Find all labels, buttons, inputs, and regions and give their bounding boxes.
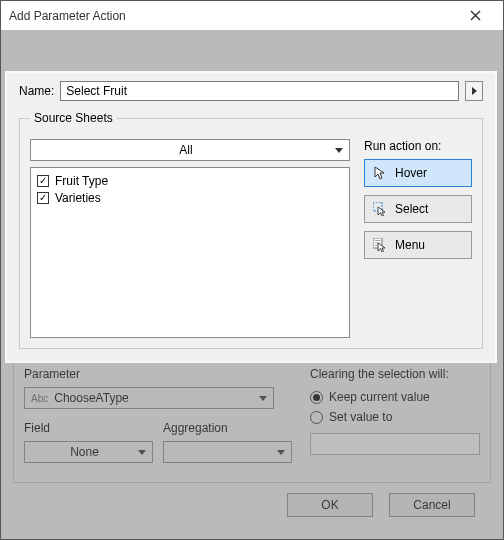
list-item[interactable]: ✓ Fruit Type [37,172,343,189]
name-label: Name: [19,84,54,98]
close-icon [470,10,481,21]
field-dropdown[interactable]: None [24,441,153,463]
cancel-button[interactable]: Cancel [389,493,475,517]
menu-icon [373,238,387,252]
dialog-body: Target Parameter Abc ChooseAType Field N… [1,31,503,539]
aggregation-dropdown[interactable] [163,441,292,463]
run-hover-button[interactable]: Hover [364,159,472,187]
field-value: None [31,445,138,459]
run-select-button[interactable]: Select [364,195,472,223]
chevron-right-icon [472,87,477,95]
checkbox-icon: ✓ [37,192,49,204]
source-scope-dropdown[interactable]: All [30,139,350,161]
run-button-label: Menu [395,238,425,252]
radio-icon [310,411,323,424]
radio-set-value[interactable]: Set value to [310,407,480,427]
titlebar: Add Parameter Action [1,1,503,31]
parameter-prefix: Abc [31,393,48,404]
source-sheets-fieldset: Source Sheets All ✓ Fruit Type [19,111,483,349]
cursor-icon [373,166,387,180]
highlighted-section: Name: Source Sheets All [7,73,495,361]
close-button[interactable] [455,2,495,30]
sheet-label: Fruit Type [55,174,108,188]
dialog-title: Add Parameter Action [9,9,455,23]
radio-label: Set value to [329,410,392,424]
radio-label: Keep current value [329,390,430,404]
source-sheets-list[interactable]: ✓ Fruit Type ✓ Varieties [30,167,350,338]
clearing-label: Clearing the selection will: [310,367,480,381]
chevron-down-icon [335,148,343,153]
run-action-label: Run action on: [364,139,472,153]
checkbox-icon: ✓ [37,175,49,187]
chevron-down-icon [138,450,146,455]
radio-keep-current[interactable]: Keep current value [310,387,480,407]
field-label: Field [24,421,153,435]
parameter-value: ChooseAType [54,391,259,405]
dialog-footer: OK Cancel [13,483,491,527]
run-menu-button[interactable]: Menu [364,231,472,259]
add-parameter-action-dialog: Add Parameter Action Target Parameter Ab… [0,0,504,540]
set-value-input[interactable] [310,433,480,455]
sheet-label: Varieties [55,191,101,205]
chevron-down-icon [277,450,285,455]
parameter-dropdown[interactable]: Abc ChooseAType [24,387,274,409]
parameter-label: Parameter [24,367,292,381]
radio-icon [310,391,323,404]
name-input[interactable] [60,81,459,101]
run-button-label: Select [395,202,428,216]
name-menu-button[interactable] [465,81,483,101]
source-scope-value: All [37,143,335,157]
list-item[interactable]: ✓ Varieties [37,189,343,206]
select-icon [373,202,387,216]
source-sheets-legend: Source Sheets [30,111,117,125]
run-button-label: Hover [395,166,427,180]
chevron-down-icon [259,396,267,401]
ok-button[interactable]: OK [287,493,373,517]
aggregation-label: Aggregation [163,421,292,435]
